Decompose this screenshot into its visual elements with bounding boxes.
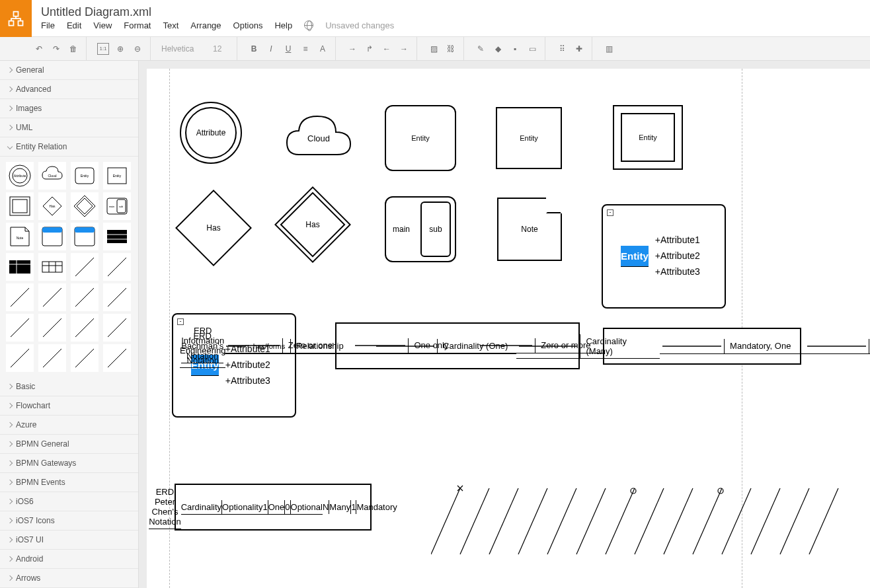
- shape-main-sub[interactable]: main sub: [385, 196, 456, 262]
- pal-line7[interactable]: [6, 314, 34, 342]
- erd-chen-table[interactable]: ERD Peter Chen's Notation CardinalityOpt…: [175, 484, 372, 531]
- menu-format[interactable]: Format: [124, 20, 151, 30]
- canvas[interactable]: Attribute Cloud Entity Entity Entity Has…: [139, 61, 870, 588]
- app-logo[interactable]: [0, 0, 32, 37]
- font-size[interactable]: 12: [213, 44, 230, 54]
- pal-line10[interactable]: [103, 314, 131, 342]
- pal-line2[interactable]: [103, 253, 131, 281]
- font-selector[interactable]: Helvetica: [161, 44, 208, 54]
- arrow3-icon[interactable]: ←: [381, 43, 393, 55]
- sidebar-cat-bpmn-ev[interactable]: BPMN Events: [0, 473, 138, 492]
- erd-bachman-table[interactable]: ERD Bachman's Notation has/formsRelation…: [603, 328, 801, 365]
- menu-arrange[interactable]: Arrange: [190, 20, 221, 30]
- sidebar-cat-advanced[interactable]: Advanced: [0, 80, 138, 99]
- shadow-icon[interactable]: ▪: [509, 43, 521, 55]
- arrow1-icon[interactable]: →: [346, 43, 358, 55]
- sidebar-cat-ios6[interactable]: iOS6: [0, 492, 138, 511]
- sidebar-cat-bpmn-gen[interactable]: BPMN General: [0, 435, 138, 454]
- italic-icon[interactable]: I: [265, 43, 277, 55]
- pal-line12[interactable]: [38, 344, 66, 372]
- language-icon[interactable]: [304, 20, 313, 30]
- pal-has-diamond[interactable]: Has: [38, 192, 66, 220]
- svg-line-92: [751, 488, 780, 554]
- fontcolor-icon[interactable]: A: [317, 43, 329, 55]
- pal-main-sub[interactable]: mainsub: [103, 192, 131, 220]
- pal-line6[interactable]: [103, 283, 131, 311]
- menu-file[interactable]: File: [41, 20, 55, 30]
- pal-line1[interactable]: [71, 253, 99, 281]
- sidebar-cat-entity[interactable]: Entity Relation: [0, 137, 138, 157]
- shape-note[interactable]: Note: [497, 198, 562, 261]
- svg-line-94: [809, 488, 838, 554]
- file-title[interactable]: Untitled Diagram.xml: [41, 3, 394, 20]
- sidebar-cat-arrows[interactable]: Arrows: [0, 569, 138, 588]
- pal-line9[interactable]: [71, 314, 99, 342]
- menu-help[interactable]: Help: [274, 20, 292, 30]
- collapse-icon[interactable]: -: [607, 209, 613, 216]
- pal-entity-card1[interactable]: [38, 223, 66, 250]
- pal-has-diamond2[interactable]: [71, 192, 99, 220]
- grid-plus-icon[interactable]: ✚: [573, 43, 585, 55]
- sidebar-cat-bpmn-gw[interactable]: BPMN Gateways: [0, 454, 138, 473]
- menu-view[interactable]: View: [93, 20, 112, 30]
- sidebar-cat-uml[interactable]: UML: [0, 118, 138, 137]
- pal-line5[interactable]: [71, 283, 99, 311]
- delete-icon[interactable]: 🗑: [67, 43, 79, 55]
- zoom-in-icon[interactable]: ⊕: [114, 43, 126, 55]
- undo-icon[interactable]: ↶: [33, 43, 45, 55]
- pencil-icon[interactable]: ✎: [475, 43, 487, 55]
- image-icon[interactable]: ▨: [428, 43, 440, 55]
- link-icon[interactable]: ⛓: [445, 43, 457, 55]
- layout-icon[interactable]: ▥: [603, 43, 615, 55]
- pal-entity-rrect[interactable]: Entity: [71, 162, 99, 190]
- pal-line4[interactable]: [38, 283, 66, 311]
- shape-entity-frame[interactable]: Entity: [613, 105, 683, 170]
- sidebar-cat-images[interactable]: Images: [0, 99, 138, 118]
- pal-cloud[interactable]: Cloud: [38, 162, 66, 190]
- sidebar-cat-ios7u[interactable]: iOS7 UI: [0, 531, 138, 550]
- pal-attribute[interactable]: Attribute: [6, 162, 34, 190]
- pal-entity-frame[interactable]: [6, 192, 34, 220]
- pal-table2[interactable]: [6, 253, 34, 281]
- menu-edit[interactable]: Edit: [67, 20, 81, 30]
- sidebar-cat-ios7i[interactable]: iOS7 Icons: [0, 511, 138, 531]
- zoom-out-icon[interactable]: ⊖: [132, 43, 143, 55]
- shape-attribute-circle[interactable]: Attribute: [180, 102, 242, 164]
- sidebar-cat-azure[interactable]: Azure: [0, 416, 138, 435]
- align-icon[interactable]: ≡: [299, 43, 311, 55]
- pal-table3[interactable]: [38, 253, 66, 281]
- pal-line3[interactable]: [6, 283, 34, 311]
- actual-size-icon[interactable]: 1:1: [97, 43, 109, 55]
- grid-dots-icon[interactable]: ⠿: [556, 43, 568, 55]
- menu-text[interactable]: Text: [163, 20, 178, 30]
- sidebar-cat-general[interactable]: General: [0, 61, 138, 80]
- fill-icon[interactable]: ◆: [492, 43, 504, 55]
- shape-has-diamond2[interactable]: Has: [286, 198, 340, 252]
- shape-has-diamond[interactable]: Has: [186, 201, 241, 255]
- svg-line-83: [547, 488, 576, 554]
- shape-cloud[interactable]: Cloud: [282, 108, 355, 168]
- shape-entity-card-1[interactable]: - Entity +Attribute1+Attribute2+Attribut…: [602, 204, 726, 309]
- arrow4-icon[interactable]: →: [398, 43, 410, 55]
- pal-line8[interactable]: [38, 314, 66, 342]
- arrow2-icon[interactable]: ↱: [364, 43, 376, 55]
- pal-entity-card2[interactable]: [71, 223, 99, 250]
- sidebar-cat-flowchart[interactable]: Flowchart: [0, 396, 138, 416]
- pal-note[interactable]: Note: [6, 223, 34, 250]
- shape-entity-rrect[interactable]: Entity: [385, 105, 456, 171]
- bold-icon[interactable]: B: [248, 43, 260, 55]
- connector-samples[interactable]: [431, 482, 854, 561]
- pal-line11[interactable]: [6, 344, 34, 372]
- menu-options[interactable]: Options: [233, 20, 263, 30]
- pal-entity-rect[interactable]: Entity: [103, 162, 131, 190]
- sidebar-cat-android[interactable]: Android: [0, 550, 138, 569]
- pal-table-dark[interactable]: [103, 223, 131, 250]
- pal-line13[interactable]: [71, 344, 99, 372]
- pal-line14[interactable]: [103, 344, 131, 372]
- shape-entity-rect[interactable]: Entity: [496, 107, 562, 169]
- redo-icon[interactable]: ↷: [50, 43, 62, 55]
- sidebar-cat-basic[interactable]: Basic: [0, 377, 138, 396]
- rect-icon[interactable]: ▭: [526, 43, 538, 55]
- underline-icon[interactable]: U: [282, 43, 294, 55]
- svg-rect-23: [9, 260, 30, 274]
